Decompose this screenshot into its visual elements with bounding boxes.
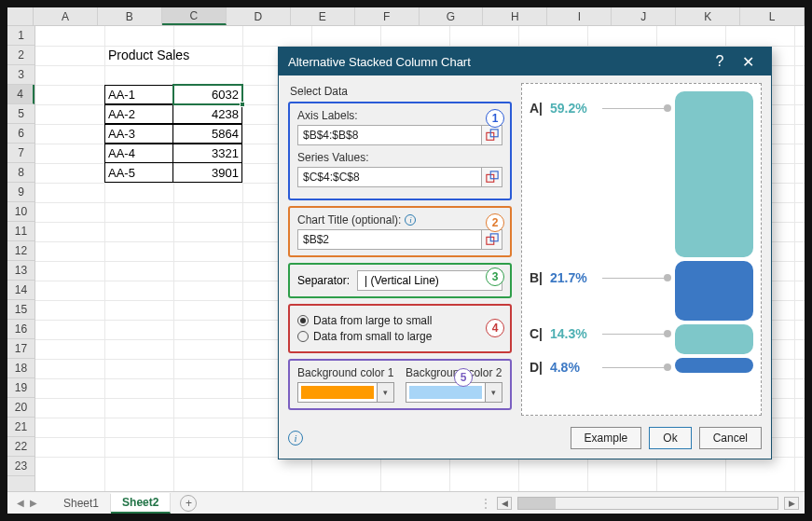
add-sheet-button[interactable]: + [180,495,197,512]
sheet-tab-active[interactable]: Sheet2 [111,493,171,514]
preview-stack [675,91,753,407]
range-picker-button[interactable] [482,125,502,145]
table-cell[interactable]: 4238 [173,104,242,124]
drag-dots-icon[interactable]: ⋮ [480,497,491,510]
title-cell[interactable]: Product Sales [104,46,242,65]
row-header[interactable]: 19 [7,378,34,398]
table-cell[interactable]: 3901 [173,163,242,183]
bg-color-2-select[interactable]: ▾ [406,382,502,403]
table-cell[interactable]: AA-1 [104,85,173,104]
radio-small-to-large[interactable]: Data from small to large [297,330,502,343]
col-header-D[interactable]: D [227,7,291,25]
example-button[interactable]: Example [571,427,642,449]
tab-nav[interactable]: ◀▶ [15,498,39,508]
bg-color-1-select[interactable]: ▾ [297,382,394,403]
table-cell[interactable]: AA-5 [104,163,173,183]
badge-1-icon: 1 [486,109,504,128]
row-header[interactable]: 16 [7,320,34,339]
axis-labels-label: Axis Labels: [297,109,502,122]
cancel-button[interactable]: Cancel [699,427,762,449]
row-header[interactable]: 13 [7,261,34,281]
row-header[interactable]: 6 [7,124,34,144]
row-header[interactable]: 2 [7,46,34,65]
row-header[interactable]: 15 [7,300,34,320]
separator-label: Separator: [297,274,350,287]
close-button[interactable]: ✕ [734,53,762,71]
row-header[interactable]: 18 [7,359,34,378]
col-header-B[interactable]: B [98,7,162,25]
col-header-A[interactable]: A [34,7,98,25]
sheet-tab[interactable]: Sheet1 [52,494,111,513]
help-button[interactable]: ? [706,53,734,70]
row-header[interactable]: 9 [7,183,34,202]
col-header-F[interactable]: F [355,7,420,25]
col-header-G[interactable]: G [420,7,484,25]
ok-button[interactable]: Ok [649,427,691,449]
col-header-E[interactable]: E [291,7,355,25]
preview-block-a [675,91,753,257]
row-header[interactable]: 21 [7,418,34,437]
table-cell[interactable]: AA-2 [104,104,173,124]
col-header-J[interactable]: J [612,7,676,25]
dialog-titlebar[interactable]: Alternative Stacked Column Chart ? ✕ [279,48,771,75]
table-cell[interactable]: 3321 [173,144,242,163]
select-all-corner[interactable] [7,7,34,25]
scroll-left-button[interactable]: ◀ [497,497,512,510]
dialog-alternative-stacked-column: Alternative Stacked Column Chart ? ✕ Sel… [278,47,772,459]
fill-handle[interactable] [240,102,245,107]
row-header[interactable]: 22 [7,437,34,457]
col-header-H[interactable]: H [483,7,547,25]
horizontal-scrollbar[interactable] [517,497,778,510]
preview-block-d [675,358,753,373]
row-header[interactable]: 10 [7,202,34,222]
row-header[interactable]: 5 [7,104,34,124]
axis-labels-input[interactable] [297,125,482,145]
series-values-input[interactable] [297,167,482,187]
group-separator: 3 Separator: | (Vertical Line) [288,263,512,298]
row-header[interactable]: 8 [7,163,34,183]
table-cell[interactable]: 6032 [173,85,242,104]
badge-3-icon: 3 [486,267,504,286]
badge-4-icon: 4 [486,319,504,337]
badge-5-icon: 5 [454,368,473,387]
info-icon[interactable]: i [405,214,416,226]
chart-title-input[interactable] [297,229,482,250]
group-data-ranges: 1 Axis Labels: Series Values: [288,102,512,200]
row-header[interactable]: 12 [7,241,34,261]
range-picker-button[interactable] [482,229,502,250]
preview-block-b [675,261,753,321]
row-header[interactable]: 4 [7,85,34,104]
group-background-colors: 5 Background color 1 ▾ Background color … [288,359,512,410]
row-header[interactable]: 20 [7,398,34,418]
series-values-label: Series Values: [297,151,502,164]
separator-select[interactable]: | (Vertical Line) [357,270,502,291]
bg1-label: Background color 1 [297,366,394,379]
row-header[interactable]: 11 [7,222,34,241]
group-chart-title: 2 Chart Title (optional): i [288,206,512,257]
chart-title-label: Chart Title (optional): i [297,213,502,226]
group-sort-order: 4 Data from large to small Data from sma… [288,304,512,353]
range-picker-button[interactable] [482,167,502,187]
col-header-K[interactable]: K [676,7,740,25]
row-header[interactable]: 3 [7,65,34,85]
row-header-col: 1 2 3 4 5 6 7 8 9 10 11 12 13 14 15 16 1… [7,26,35,491]
row-header[interactable]: 1 [7,26,34,46]
row-header[interactable]: 7 [7,144,34,163]
badge-2-icon: 2 [486,213,504,232]
table-cell[interactable]: AA-4 [104,144,173,163]
table-cell[interactable]: 5864 [173,124,242,144]
col-header-C[interactable]: C [162,7,227,25]
radio-icon [297,331,309,342]
scroll-right-button[interactable]: ▶ [784,497,799,510]
radio-large-to-small[interactable]: Data from large to small [297,314,502,327]
row-header[interactable]: 23 [7,457,34,476]
row-header[interactable]: 17 [7,339,34,359]
col-header-I[interactable]: I [547,7,612,25]
preview-block-c [675,324,753,354]
dialog-title: Alternative Stacked Column Chart [288,55,706,69]
chart-preview: A| 59.2% B| 21.7% C| 14.3% D| 4.8% [521,83,762,416]
col-header-L[interactable]: L [740,7,805,25]
row-header[interactable]: 14 [7,281,34,300]
table-cell[interactable]: AA-3 [104,124,173,144]
info-icon[interactable]: i [288,431,303,446]
